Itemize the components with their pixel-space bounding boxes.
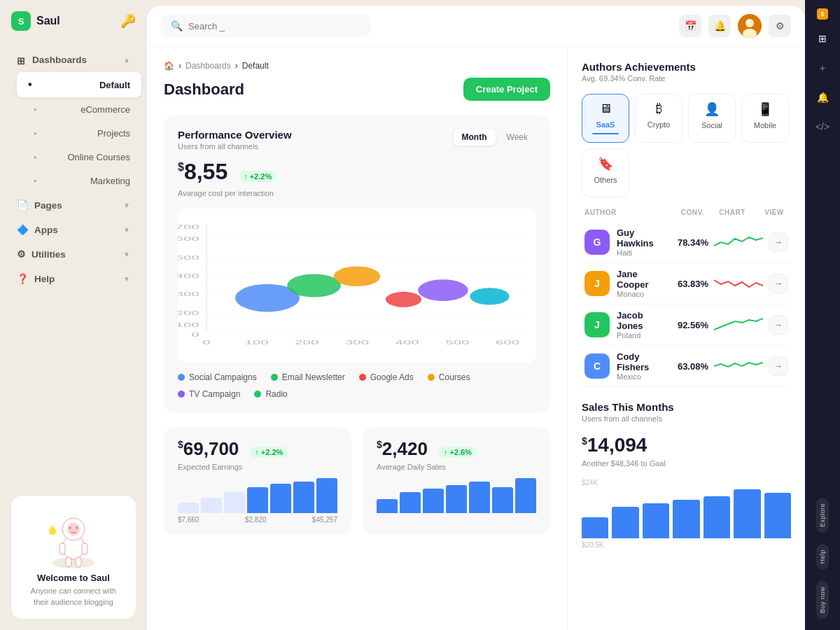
strip-explore-section[interactable]: Explore <box>816 498 829 533</box>
legend-dot-radio <box>254 391 261 398</box>
social-icon: 👤 <box>704 102 720 117</box>
daily-bar-2 <box>400 492 421 513</box>
stat-value-row-earnings: $69,700 ↑+2.2% <box>178 438 337 460</box>
category-tabs: 🖥 SaaS ₿ Crypto 👤 Social 📱 Mobile <box>582 94 791 197</box>
legend-label-courses: Courses <box>439 372 470 382</box>
cat-tab-mobile[interactable]: 📱 Mobile <box>741 94 789 143</box>
stat-card-earnings: $69,700 ↑+2.2% Expected Earnings <box>164 427 351 535</box>
bar-7 <box>316 478 337 513</box>
sales-bar-3 <box>643 503 669 538</box>
cat-tab-underline-crypto <box>645 133 672 134</box>
svg-rect-6 <box>82 543 88 554</box>
author-conv-1: 63.83% <box>666 279 708 289</box>
legend-tv-campaign: TV Campaign <box>178 389 240 399</box>
topbar-notification-btn[interactable]: 🔔 <box>708 15 731 37</box>
sidebar-item-online-courses[interactable]: ● Online Courses <box>17 146 141 169</box>
sidebar-item-help[interactable]: ❓ Help ▼ <box>6 267 141 290</box>
back-icon[interactable]: 🔑 <box>120 13 136 29</box>
legend-dot-googleads <box>359 374 366 381</box>
bubble-courses <box>334 267 381 287</box>
bar-4 <box>247 487 268 514</box>
sidebar-item-dashboards[interactable]: ⊞ Dashboards ▲ <box>6 48 141 71</box>
perf-badge: ↑ +2.2% <box>239 171 276 182</box>
mobile-icon: 📱 <box>757 102 773 117</box>
sidebar-sub-dashboards: Default ● eCommerce ● Projects ● Online … <box>0 72 147 192</box>
svg-text:400: 400 <box>396 339 419 345</box>
bar-3 <box>224 492 245 513</box>
legend-dot-social <box>178 374 185 381</box>
author-conv-3: 63.08% <box>666 361 708 372</box>
create-project-button[interactable]: Create Project <box>463 78 550 101</box>
author-name-0: Guy Hawkins <box>617 227 666 248</box>
svg-text:0: 0 <box>202 339 211 345</box>
sales-goal: Another $48,346 to Goal <box>582 459 791 468</box>
sidebar-item-default[interactable]: Default <box>17 72 141 97</box>
sidebar-item-pages[interactable]: 📄 Pages ▼ <box>6 193 141 217</box>
svg-text:100: 100 <box>245 339 269 345</box>
dashboards-icon: ⊞ <box>17 55 27 65</box>
cat-tab-crypto[interactable]: ₿ Crypto <box>635 94 682 143</box>
cat-tab-underline-social <box>699 134 725 135</box>
avatar-cody-fishers: C <box>584 354 610 379</box>
sidebar-item-utilities[interactable]: ⚙ Utilities ▼ <box>6 242 141 266</box>
strip-home-icon[interactable]: ⊞ <box>811 27 834 50</box>
sales-title: Sales This Months <box>582 401 791 413</box>
sidebar-item-marketing[interactable]: ● Marketing <box>17 169 141 192</box>
sidebar-item-label-pages: Pages <box>34 200 62 211</box>
legend-label-tvcampaign: TV Campaign <box>189 389 240 399</box>
author-country-3: Mexico <box>617 372 666 381</box>
avatar[interactable] <box>738 14 762 38</box>
cat-tab-label-mobile: Mobile <box>754 121 776 130</box>
strip-buynow-section[interactable]: Buy now <box>816 581 829 619</box>
sales-bar-7 <box>764 493 791 538</box>
sidebar-item-projects[interactable]: ● Projects <box>17 122 141 145</box>
sidebar-item-ecommerce[interactable]: ● eCommerce <box>17 98 141 121</box>
stat-label-daily: Average Daily Sales <box>377 463 536 471</box>
author-chart-2 <box>714 314 763 335</box>
svg-text:600: 600 <box>178 235 200 241</box>
strip-add-icon[interactable]: + <box>811 56 834 80</box>
daily-bar-6 <box>492 487 513 514</box>
sales-chart-area: $24K $20.5K <box>582 479 791 549</box>
tab-week[interactable]: Week <box>498 129 536 146</box>
header-author: AUTHOR <box>584 209 664 216</box>
topbar-calendar-btn[interactable]: 📅 <box>679 15 701 37</box>
cat-tab-saas[interactable]: 🖥 SaaS <box>582 94 629 143</box>
cat-tab-underline-mobile <box>752 134 778 135</box>
legend-label-radio: Radio <box>265 389 287 399</box>
tab-month[interactable]: Month <box>454 129 496 146</box>
crypto-icon: ₿ <box>656 102 662 116</box>
breadcrumb-dashboards[interactable]: Dashboards <box>186 61 231 71</box>
earnings-mini-bars <box>178 478 337 513</box>
topbar-settings-btn[interactable]: ⚙ <box>769 15 791 37</box>
bar-2 <box>201 498 222 514</box>
sales-y-label-1: $24K <box>582 479 791 486</box>
search-input[interactable] <box>188 21 361 31</box>
arrow-up-daily: ↑ <box>444 448 448 456</box>
astronaut-illustration <box>42 514 105 570</box>
nav-item-left-utilities: ⚙ Utilities <box>17 248 66 260</box>
svg-point-11 <box>49 528 56 535</box>
cat-tab-others[interactable]: 🔖 Others <box>582 148 629 197</box>
strip-help-section[interactable]: Help <box>816 544 829 570</box>
search-box[interactable]: 🔍 <box>161 15 371 37</box>
legend-social-campaigns: Social Campaigns <box>178 372 257 382</box>
view-btn-1[interactable]: → <box>769 274 788 293</box>
nav-item-left-dashboards: ⊞ Dashboards <box>17 55 87 65</box>
performance-card: Performance Overview Users from all chan… <box>164 115 550 413</box>
nav-item-left-help: ❓ Help <box>17 273 55 284</box>
view-btn-3[interactable]: → <box>769 356 788 376</box>
cat-tab-social[interactable]: 👤 Social <box>688 94 736 143</box>
sales-currency: $ <box>582 435 587 447</box>
view-btn-2[interactable]: → <box>769 315 788 335</box>
view-btn-0[interactable]: → <box>769 232 788 252</box>
app-logo: S Saul <box>11 11 60 31</box>
sidebar-item-apps[interactable]: 🔷 Apps ▼ <box>6 218 141 241</box>
search-icon: 🔍 <box>171 20 183 31</box>
strip-code-icon[interactable]: </> <box>811 115 834 139</box>
breadcrumb: 🏠 › Dashboards › Default <box>164 61 550 71</box>
strip-bell-icon[interactable]: 🔔 <box>811 85 834 109</box>
sidebar-item-label-online-courses: Online Courses <box>67 152 130 162</box>
authors-subtitle: Avg. 69.34% Conv. Rate <box>582 74 791 83</box>
author-info-3: Cody Fishers Mexico <box>617 351 666 381</box>
